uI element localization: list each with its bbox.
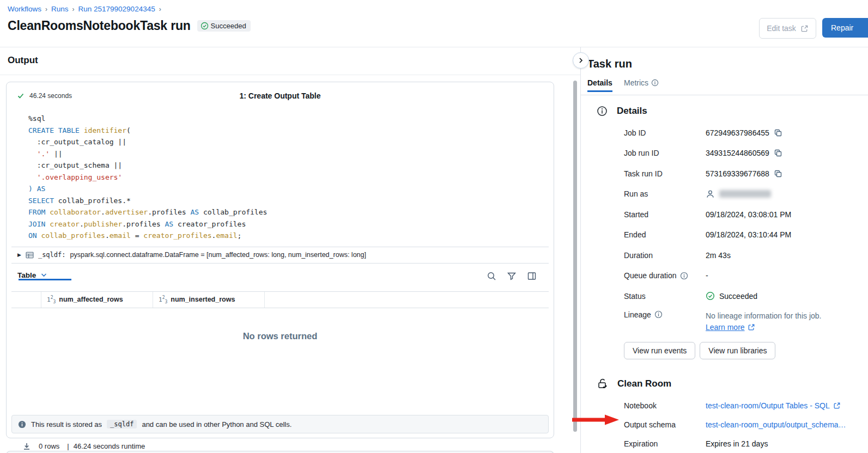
user-icon <box>706 189 715 199</box>
sql-code-block[interactable]: %sqlCREATE TABLE identifier( :cr_output_… <box>7 107 554 242</box>
field-value: test-clean-room/Output Tables - SQL <box>706 401 841 410</box>
sqldf-code-chip: _sqldf <box>107 420 137 428</box>
sqldf-description: pyspark.sql.connect.dataframe.DataFrame … <box>70 251 366 259</box>
table-view-label: Table <box>17 271 36 279</box>
copy-icon[interactable] <box>774 149 782 157</box>
filter-icon[interactable] <box>507 271 517 281</box>
details-section-title: Details <box>617 106 647 117</box>
code-line: CREATE TABLE identifier( <box>28 125 554 137</box>
edit-task-label: Edit task <box>767 24 796 33</box>
row-count: 0 rows <box>39 442 59 450</box>
info-icon[interactable] <box>654 310 663 319</box>
column-header-label: num_inserted_rows <box>171 296 235 303</box>
output-divider <box>0 75 581 75</box>
field-value-text: 672949637986455 <box>706 128 769 137</box>
tab-metrics-label: Metrics <box>624 78 648 87</box>
field-value-text: Expires in 21 days <box>706 439 768 448</box>
copy-icon[interactable] <box>774 128 782 137</box>
view-run-events-button[interactable]: View run events <box>624 342 695 359</box>
tab-details[interactable]: Details <box>587 78 612 87</box>
check-circle-icon <box>201 22 209 30</box>
learn-more-link[interactable]: Learn more <box>706 322 755 333</box>
download-icon[interactable] <box>22 442 31 451</box>
field-label: Task run ID <box>624 169 706 178</box>
status-badge: Succeeded <box>197 20 251 32</box>
sqldf-variable: _sqldf: <box>38 251 66 259</box>
clean-room-fields: Notebooktest-clean-room/Output Tables - … <box>624 396 864 453</box>
code-line: FROM collaborator.advertiser.profiles AS… <box>28 206 554 218</box>
field-value: 2m 43s <box>706 251 731 260</box>
field-row-output-schema: Output schematest-clean-room_output/outp… <box>624 415 864 434</box>
field-row-job-id: Job ID672949637986455 <box>624 123 864 143</box>
field-value: - <box>706 271 708 280</box>
active-tab-underline <box>19 279 71 280</box>
field-value: test-clean-room_output/output_schema_... <box>706 420 846 429</box>
column-header-num_affected_rows[interactable]: 123num_affected_rows <box>41 292 153 308</box>
info-icon <box>18 420 26 428</box>
tab-details-label: Details <box>587 78 612 87</box>
view-run-libraries-button[interactable]: View run libraries <box>700 342 775 359</box>
field-row-duration: Duration2m 43s <box>624 245 864 266</box>
table-view-selector[interactable]: Table <box>17 271 47 279</box>
field-label: Notebook <box>624 401 706 410</box>
field-row-status: StatusSucceeded <box>624 286 864 307</box>
notebook-cell-output-card: 46.24 seconds 1: Create Output Table %sq… <box>6 82 554 438</box>
info-icon <box>651 79 659 87</box>
runtime-text: 46.24 seconds runtime <box>74 442 145 450</box>
output-panel-title: Output <box>8 55 38 66</box>
footer-divider: | <box>67 442 69 450</box>
sqldf-dataframe-row[interactable]: ▶ _sqldf: pyspark.sql.connect.dataframe.… <box>11 247 549 264</box>
field-row-run-as: Run as <box>624 184 864 205</box>
expand-caret-icon[interactable]: ▶ <box>17 252 21 258</box>
tab-metrics[interactable]: Metrics <box>624 78 659 87</box>
repair-button[interactable]: Repair <box>822 18 868 38</box>
breadcrumb-separator: › <box>45 5 47 13</box>
field-row-queue-duration: Queue duration- <box>624 266 864 286</box>
active-tab-underline <box>587 90 612 92</box>
cell-title: 1: Create Output Table <box>7 91 554 100</box>
info-text-post: and can be used in other Python and SQL … <box>142 420 292 428</box>
task-run-panel: Task run Details Metrics Details Job ID6… <box>581 47 868 453</box>
column-header-num_inserted_rows[interactable]: 123num_inserted_rows <box>153 292 265 308</box>
next-cell-preview <box>6 451 554 453</box>
clean-room-lock-icon <box>597 378 609 390</box>
code-line: :cr_output_catalog || <box>28 136 554 148</box>
collapse-panel-button[interactable] <box>573 52 589 69</box>
field-row-task-run-id: Task run ID573169339677688 <box>624 163 864 184</box>
breadcrumb-link[interactable]: Run 251799029024345 <box>78 5 155 13</box>
copy-icon[interactable] <box>774 169 782 178</box>
field-label: Ended <box>624 230 706 239</box>
breadcrumb-link[interactable]: Workflows <box>8 5 41 13</box>
code-line: SELECT collab_profiles.* <box>28 195 554 207</box>
check-circle-icon <box>706 291 715 301</box>
page-title: CleanRoomsNotebookTask run <box>8 19 191 33</box>
clean-room-section-title: Clean Room <box>617 378 671 389</box>
external-link-icon <box>800 25 809 33</box>
code-line: ) AS <box>28 183 554 195</box>
field-label: Expiration <box>624 439 706 448</box>
chevron-down-icon <box>41 273 47 277</box>
field-label: Duration <box>624 251 706 260</box>
external-link-icon <box>833 402 841 409</box>
code-line: :cr_output_schema || <box>28 160 554 172</box>
field-row-notebook: Notebooktest-clean-room/Output Tables - … <box>624 396 864 415</box>
breadcrumb-link[interactable]: Runs <box>51 5 69 13</box>
output-schema-link[interactable]: test-clean-room_output/output_schema_... <box>706 420 846 429</box>
field-value-text: 349315244860569 <box>706 149 769 157</box>
columns-panel-icon[interactable] <box>527 271 537 281</box>
edit-task-button[interactable]: Edit task <box>759 18 816 39</box>
search-icon[interactable] <box>487 271 496 281</box>
redacted-username <box>719 190 771 198</box>
info-icon[interactable] <box>680 272 688 280</box>
notebook-link[interactable]: test-clean-room/Output Tables - SQL <box>706 401 841 410</box>
field-label: Run as <box>624 189 706 198</box>
scrollbar-thumb[interactable] <box>573 81 577 432</box>
field-value <box>706 189 771 199</box>
field-label: Job run ID <box>624 149 706 157</box>
field-label: Job ID <box>624 128 706 137</box>
field-label: Status <box>624 292 706 301</box>
row-number-column-header <box>11 292 41 308</box>
result-info-bar: This result is stored as _sqldf and can … <box>11 415 549 433</box>
field-value-text: - <box>706 271 708 280</box>
field-label: Output schema <box>624 420 706 429</box>
